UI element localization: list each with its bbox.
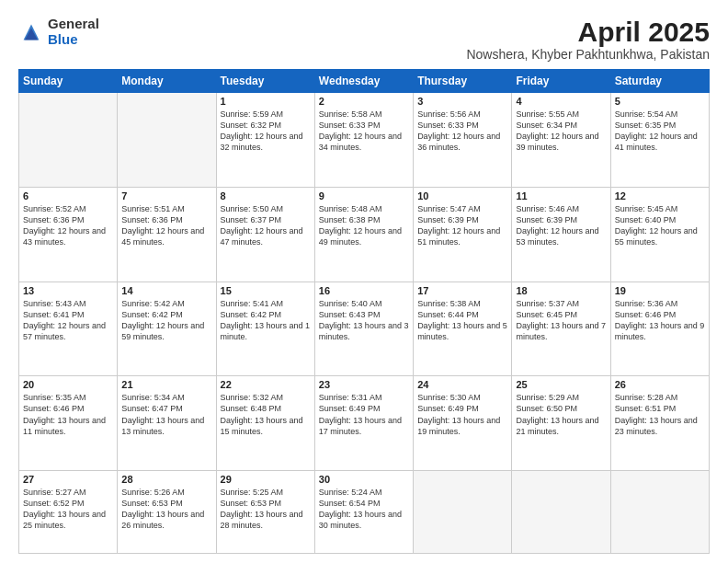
calendar-cell: 15Sunrise: 5:41 AMSunset: 6:42 PMDayligh… <box>216 282 314 376</box>
logo-general: General <box>48 16 99 31</box>
col-wednesday: Wednesday <box>314 70 413 93</box>
day-info: Sunrise: 5:27 AMSunset: 6:52 PMDaylight:… <box>23 487 113 532</box>
calendar-cell: 2Sunrise: 5:58 AMSunset: 6:33 PMDaylight… <box>314 93 413 188</box>
day-number: 10 <box>417 190 507 201</box>
calendar-cell: 26Sunrise: 5:28 AMSunset: 6:51 PMDayligh… <box>610 376 709 471</box>
calendar-cell: 8Sunrise: 5:50 AMSunset: 6:37 PMDaylight… <box>216 187 314 282</box>
calendar-cell: 30Sunrise: 5:24 AMSunset: 6:54 PMDayligh… <box>314 471 413 554</box>
day-info: Sunrise: 5:25 AMSunset: 6:53 PMDaylight:… <box>221 487 311 532</box>
calendar-cell: 5Sunrise: 5:54 AMSunset: 6:35 PMDaylight… <box>610 93 709 188</box>
calendar-week-3: 13Sunrise: 5:43 AMSunset: 6:41 PMDayligh… <box>19 282 710 376</box>
day-number: 30 <box>319 474 409 485</box>
day-info: Sunrise: 5:58 AMSunset: 6:33 PMDaylight:… <box>319 109 409 154</box>
calendar-week-5: 27Sunrise: 5:27 AMSunset: 6:52 PMDayligh… <box>19 471 710 554</box>
day-info: Sunrise: 5:31 AMSunset: 6:49 PMDaylight:… <box>319 392 409 437</box>
logo: General Blue <box>18 17 99 47</box>
day-info: Sunrise: 5:56 AMSunset: 6:33 PMDaylight:… <box>417 109 507 154</box>
calendar-cell: 16Sunrise: 5:40 AMSunset: 6:43 PMDayligh… <box>314 282 413 376</box>
day-info: Sunrise: 5:41 AMSunset: 6:42 PMDaylight:… <box>221 298 311 343</box>
day-number: 19 <box>615 285 705 296</box>
calendar-cell: 1Sunrise: 5:59 AMSunset: 6:32 PMDaylight… <box>216 93 314 188</box>
day-info: Sunrise: 5:45 AMSunset: 6:40 PMDaylight:… <box>615 203 705 248</box>
day-info: Sunrise: 5:32 AMSunset: 6:48 PMDaylight:… <box>221 392 311 437</box>
day-info: Sunrise: 5:59 AMSunset: 6:32 PMDaylight:… <box>221 109 311 154</box>
day-number: 16 <box>319 285 409 296</box>
day-number: 12 <box>615 190 705 201</box>
day-info: Sunrise: 5:24 AMSunset: 6:54 PMDaylight:… <box>319 487 409 532</box>
day-info: Sunrise: 5:29 AMSunset: 6:50 PMDaylight:… <box>516 392 606 437</box>
calendar-cell <box>610 471 709 554</box>
day-number: 17 <box>417 285 507 296</box>
day-info: Sunrise: 5:47 AMSunset: 6:39 PMDaylight:… <box>417 203 507 248</box>
col-saturday: Saturday <box>610 70 709 93</box>
col-friday: Friday <box>512 70 610 93</box>
logo-text: General Blue <box>48 17 99 47</box>
day-info: Sunrise: 5:38 AMSunset: 6:44 PMDaylight:… <box>417 298 507 343</box>
day-number: 21 <box>121 379 211 390</box>
day-number: 2 <box>319 96 409 107</box>
day-info: Sunrise: 5:30 AMSunset: 6:49 PMDaylight:… <box>417 392 507 437</box>
day-info: Sunrise: 5:54 AMSunset: 6:35 PMDaylight:… <box>615 109 705 154</box>
calendar-cell: 9Sunrise: 5:48 AMSunset: 6:38 PMDaylight… <box>314 187 413 282</box>
day-number: 29 <box>221 474 311 485</box>
calendar-table: Sunday Monday Tuesday Wednesday Thursday… <box>18 69 710 554</box>
day-info: Sunrise: 5:55 AMSunset: 6:34 PMDaylight:… <box>516 109 606 154</box>
calendar-cell: 4Sunrise: 5:55 AMSunset: 6:34 PMDaylight… <box>512 93 610 188</box>
day-number: 25 <box>516 379 606 390</box>
calendar-cell: 18Sunrise: 5:37 AMSunset: 6:45 PMDayligh… <box>512 282 610 376</box>
page: General Blue April 2025 Nowshera, Khyber… <box>0 0 728 563</box>
calendar-cell <box>19 93 118 188</box>
col-monday: Monday <box>118 70 216 93</box>
calendar-cell: 19Sunrise: 5:36 AMSunset: 6:46 PMDayligh… <box>610 282 709 376</box>
calendar-cell: 20Sunrise: 5:35 AMSunset: 6:46 PMDayligh… <box>19 376 118 471</box>
calendar-cell: 13Sunrise: 5:43 AMSunset: 6:41 PMDayligh… <box>19 282 118 376</box>
calendar-cell: 22Sunrise: 5:32 AMSunset: 6:48 PMDayligh… <box>216 376 314 471</box>
calendar-cell: 23Sunrise: 5:31 AMSunset: 6:49 PMDayligh… <box>314 376 413 471</box>
calendar-cell <box>512 471 610 554</box>
calendar-cell: 10Sunrise: 5:47 AMSunset: 6:39 PMDayligh… <box>414 187 512 282</box>
day-number: 5 <box>615 96 705 107</box>
calendar-cell: 3Sunrise: 5:56 AMSunset: 6:33 PMDaylight… <box>414 93 512 188</box>
day-info: Sunrise: 5:42 AMSunset: 6:42 PMDaylight:… <box>121 298 211 343</box>
day-info: Sunrise: 5:52 AMSunset: 6:36 PMDaylight:… <box>23 203 113 248</box>
calendar-header-row: Sunday Monday Tuesday Wednesday Thursday… <box>19 70 710 93</box>
calendar-cell: 24Sunrise: 5:30 AMSunset: 6:49 PMDayligh… <box>414 376 512 471</box>
logo-icon <box>18 19 44 45</box>
day-number: 7 <box>121 190 211 201</box>
logo-blue: Blue <box>48 31 78 47</box>
day-number: 28 <box>121 474 211 485</box>
day-number: 8 <box>221 190 311 201</box>
calendar-cell: 25Sunrise: 5:29 AMSunset: 6:50 PMDayligh… <box>512 376 610 471</box>
day-number: 11 <box>516 190 606 201</box>
day-number: 27 <box>23 474 113 485</box>
title-block: April 2025 Nowshera, Khyber Pakhtunkhwa,… <box>466 17 710 62</box>
day-number: 26 <box>615 379 705 390</box>
calendar-cell: 6Sunrise: 5:52 AMSunset: 6:36 PMDaylight… <box>19 187 118 282</box>
day-info: Sunrise: 5:34 AMSunset: 6:47 PMDaylight:… <box>121 392 211 437</box>
calendar-cell: 17Sunrise: 5:38 AMSunset: 6:44 PMDayligh… <box>414 282 512 376</box>
day-number: 9 <box>319 190 409 201</box>
calendar-cell: 14Sunrise: 5:42 AMSunset: 6:42 PMDayligh… <box>118 282 216 376</box>
day-number: 4 <box>516 96 606 107</box>
calendar-week-2: 6Sunrise: 5:52 AMSunset: 6:36 PMDaylight… <box>19 187 710 282</box>
day-number: 15 <box>221 285 311 296</box>
calendar-subtitle: Nowshera, Khyber Pakhtunkhwa, Pakistan <box>466 47 710 62</box>
day-number: 6 <box>23 190 113 201</box>
day-info: Sunrise: 5:28 AMSunset: 6:51 PMDaylight:… <box>615 392 705 437</box>
col-thursday: Thursday <box>414 70 512 93</box>
day-info: Sunrise: 5:51 AMSunset: 6:36 PMDaylight:… <box>121 203 211 248</box>
day-info: Sunrise: 5:37 AMSunset: 6:45 PMDaylight:… <box>516 298 606 343</box>
day-number: 13 <box>23 285 113 296</box>
col-sunday: Sunday <box>19 70 118 93</box>
day-number: 20 <box>23 379 113 390</box>
day-info: Sunrise: 5:35 AMSunset: 6:46 PMDaylight:… <box>23 392 113 437</box>
day-info: Sunrise: 5:43 AMSunset: 6:41 PMDaylight:… <box>23 298 113 343</box>
header: General Blue April 2025 Nowshera, Khyber… <box>18 17 710 62</box>
day-number: 18 <box>516 285 606 296</box>
day-info: Sunrise: 5:26 AMSunset: 6:53 PMDaylight:… <box>121 487 211 532</box>
calendar-cell: 12Sunrise: 5:45 AMSunset: 6:40 PMDayligh… <box>610 187 709 282</box>
day-info: Sunrise: 5:40 AMSunset: 6:43 PMDaylight:… <box>319 298 409 343</box>
calendar-cell: 27Sunrise: 5:27 AMSunset: 6:52 PMDayligh… <box>19 471 118 554</box>
calendar-week-4: 20Sunrise: 5:35 AMSunset: 6:46 PMDayligh… <box>19 376 710 471</box>
day-info: Sunrise: 5:36 AMSunset: 6:46 PMDaylight:… <box>615 298 705 343</box>
